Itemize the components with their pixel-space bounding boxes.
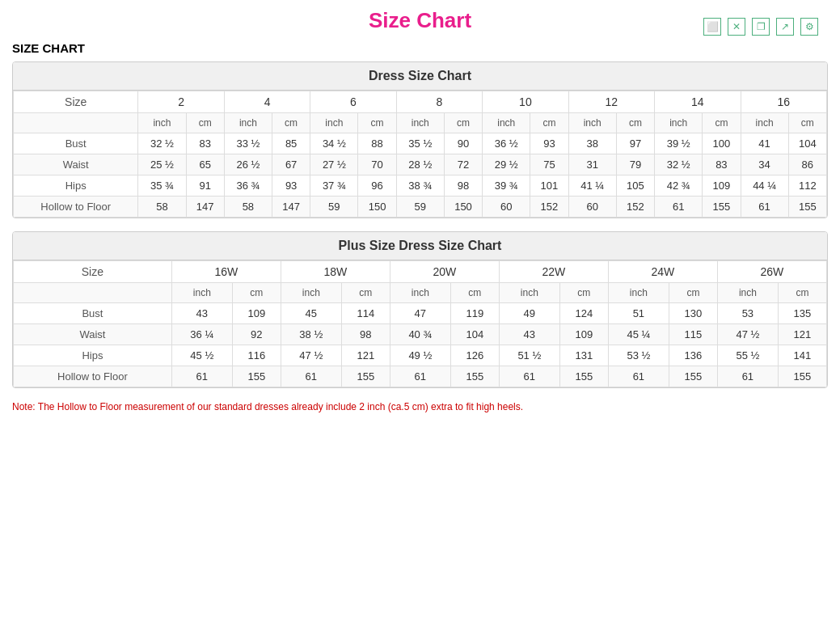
data-cell: 130 <box>669 303 717 324</box>
data-cell: 119 <box>450 303 499 324</box>
unit-cell: cm <box>186 113 224 133</box>
size-header: 4 <box>224 91 310 113</box>
data-cell: 85 <box>272 133 310 154</box>
unit-cell: cm <box>272 113 310 133</box>
plus-table: Size16W18W20W22W24W26Winchcminchcminchcm… <box>13 260 827 387</box>
data-cell: 43 <box>499 324 559 345</box>
data-cell: 61 <box>608 366 669 387</box>
data-cell: 58 <box>224 197 272 218</box>
data-cell: 61 <box>281 366 341 387</box>
data-cell: 147 <box>186 197 224 218</box>
unit-cell: cm <box>444 113 482 133</box>
data-cell: 101 <box>530 175 568 197</box>
row-label: Hollow to Floor <box>14 366 172 387</box>
row-label: Hips <box>14 345 172 366</box>
data-cell: 27 ½ <box>310 154 358 175</box>
data-cell: 155 <box>703 197 741 218</box>
unit-cell: inch <box>224 113 272 133</box>
data-cell: 58 <box>138 197 186 218</box>
data-cell: 59 <box>310 197 358 218</box>
data-cell: 92 <box>232 324 281 345</box>
frame-icon[interactable]: ⬜ <box>703 18 721 36</box>
data-cell: 32 ½ <box>138 133 186 154</box>
unit-cell: inch <box>741 113 788 133</box>
data-cell: 26 ½ <box>224 154 272 175</box>
data-cell: 47 ½ <box>281 345 341 366</box>
unit-cell: inch <box>499 283 559 303</box>
table-row: Waist36 ¼9238 ½9840 ¾1044310945 ¼11547 ½… <box>14 324 827 345</box>
data-cell: 53 <box>717 303 778 324</box>
data-cell: 155 <box>788 197 826 218</box>
size-header: 12 <box>568 91 654 113</box>
data-cell: 67 <box>272 154 310 175</box>
copy-icon[interactable]: ❐ <box>752 18 770 36</box>
data-cell: 36 ¼ <box>171 324 232 345</box>
data-cell: 33 ½ <box>224 133 272 154</box>
data-cell: 49 ½ <box>390 345 450 366</box>
note-text: Note: The Hollow to Floor measurement of… <box>12 401 828 412</box>
dress-table: Size246810121416inchcminchcminchcminchcm… <box>13 91 827 218</box>
close-icon[interactable]: ✕ <box>728 18 745 36</box>
export-icon[interactable]: ↗ <box>776 18 794 36</box>
unit-cell: inch <box>568 113 616 133</box>
data-cell: 83 <box>186 133 224 154</box>
data-cell: 61 <box>390 366 450 387</box>
row-label: Hollow to Floor <box>14 197 138 218</box>
unit-cell: inch <box>396 113 444 133</box>
data-cell: 90 <box>444 133 482 154</box>
data-cell: 152 <box>616 197 654 218</box>
size-header: 2 <box>138 91 224 113</box>
data-cell: 104 <box>788 133 826 154</box>
data-cell: 38 <box>568 133 616 154</box>
data-cell: 136 <box>669 345 717 366</box>
toolbar-icons: ⬜ ✕ ❐ ↗ ⚙ <box>703 18 818 36</box>
table-row: Hollow to Floor5814758147591505915060152… <box>14 197 827 218</box>
settings-icon[interactable]: ⚙ <box>800 18 818 36</box>
unit-cell: inch <box>138 113 186 133</box>
row-label: Bust <box>14 133 138 154</box>
table-row: Hips35 ¾9136 ¾9337 ¾9638 ¾9839 ¾10141 ¼1… <box>14 175 827 197</box>
data-cell: 155 <box>232 366 281 387</box>
data-cell: 37 ¾ <box>310 175 358 197</box>
data-cell: 51 ½ <box>499 345 559 366</box>
unit-cell: inch <box>310 113 358 133</box>
data-cell: 38 ½ <box>281 324 341 345</box>
data-cell: 88 <box>358 133 396 154</box>
unit-cell: cm <box>788 113 826 133</box>
data-cell: 131 <box>559 345 608 366</box>
size-header: 6 <box>310 91 396 113</box>
data-cell: 112 <box>788 175 826 197</box>
data-cell: 98 <box>444 175 482 197</box>
data-cell: 61 <box>499 366 559 387</box>
unit-row: inchcminchcminchcminchcminchcminchcm <box>14 283 827 303</box>
table-row: Hollow to Floor6115561155611556115561155… <box>14 366 827 387</box>
dress-size-chart: Dress Size Chart Size246810121416inchcmi… <box>12 61 828 218</box>
unit-cell: cm <box>703 113 741 133</box>
data-cell: 60 <box>568 197 616 218</box>
data-cell: 72 <box>444 154 482 175</box>
row-label: Waist <box>14 154 138 175</box>
unit-cell: inch <box>483 113 530 133</box>
data-cell: 45 ¼ <box>608 324 669 345</box>
size-row: Size246810121416 <box>14 91 827 113</box>
data-cell: 96 <box>358 175 396 197</box>
data-cell: 43 <box>171 303 232 324</box>
data-cell: 29 ½ <box>483 154 530 175</box>
size-header: 26W <box>717 261 826 283</box>
data-cell: 150 <box>358 197 396 218</box>
data-cell: 59 <box>396 197 444 218</box>
data-cell: 116 <box>232 345 281 366</box>
data-cell: 55 ½ <box>717 345 778 366</box>
unit-cell: cm <box>778 283 826 303</box>
data-cell: 42 ¾ <box>655 175 703 197</box>
size-header: 16 <box>741 91 826 113</box>
unit-row: inchcminchcminchcminchcminchcminchcminch… <box>14 113 827 133</box>
data-cell: 98 <box>341 324 390 345</box>
row-label: Waist <box>14 324 172 345</box>
unit-cell: inch <box>171 283 232 303</box>
data-cell: 35 ½ <box>396 133 444 154</box>
data-cell: 155 <box>669 366 717 387</box>
data-cell: 70 <box>358 154 396 175</box>
size-header: 18W <box>281 261 390 283</box>
data-cell: 45 ½ <box>171 345 232 366</box>
